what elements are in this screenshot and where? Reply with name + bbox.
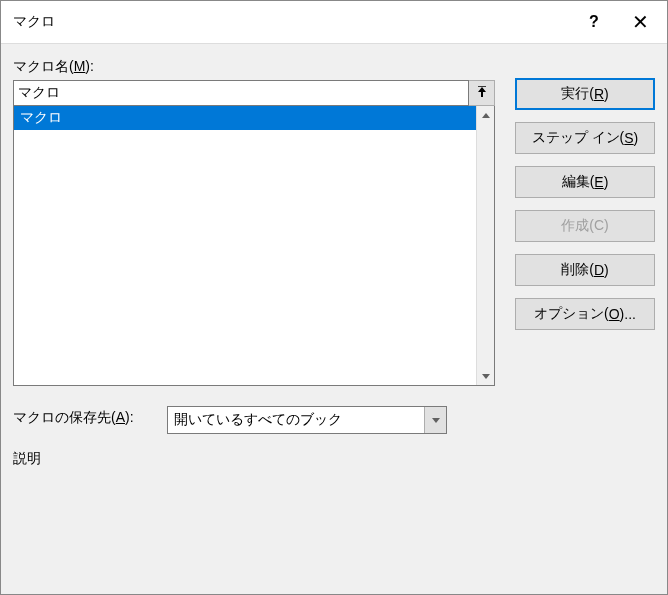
save-location-select-wrap [167,406,447,434]
description-label: 説明 [13,450,655,468]
list-item[interactable]: マクロ [14,106,476,130]
macro-listbox-wrap: マクロ [13,106,495,386]
left-column: マクロ名(M): マクロ [13,58,495,386]
edit-button[interactable]: 編集(E) [515,166,655,198]
scroll-up-icon[interactable] [477,106,494,124]
titlebar-buttons: ? ✕ [571,7,663,37]
macro-name-label: マクロ名(M): [13,58,495,76]
macro-name-input[interactable] [13,80,469,106]
dialog-title: マクロ [13,13,55,31]
dialog-content: マクロ名(M): マクロ [1,44,667,594]
help-button[interactable]: ? [571,7,617,37]
macro-listbox[interactable]: マクロ [14,106,476,385]
delete-button[interactable]: 削除(D) [515,254,655,286]
lower-section: マクロの保存先(A): 説明 [13,406,655,468]
right-column: 実行(R) ステップ イン(S) 編集(E) 作成(C) 削除(D) オプション… [515,58,655,386]
save-location-label: マクロの保存先(A): [13,409,153,427]
step-in-button[interactable]: ステップ イン(S) [515,122,655,154]
up-arrow-icon [476,85,488,101]
options-button[interactable]: オプション(O)... [515,298,655,330]
close-button[interactable]: ✕ [617,7,663,37]
macro-name-row [13,80,495,106]
create-button[interactable]: 作成(C) [515,210,655,242]
upper-section: マクロ名(M): マクロ [13,58,655,386]
reference-button[interactable] [469,80,495,106]
scroll-down-icon[interactable] [477,367,494,385]
scrollbar[interactable] [476,106,494,385]
titlebar: マクロ ? ✕ [1,1,667,44]
run-button[interactable]: 実行(R) [515,78,655,110]
save-location-row: マクロの保存先(A): [13,406,655,434]
macro-dialog: マクロ ? ✕ マクロ名(M): [0,0,668,595]
save-location-select[interactable] [167,406,447,434]
